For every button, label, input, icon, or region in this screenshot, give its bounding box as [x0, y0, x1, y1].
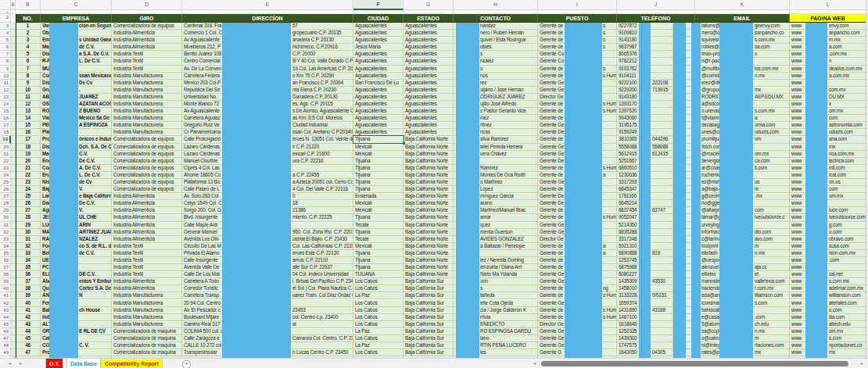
- tab-data-base[interactable]: Data Base: [66, 359, 101, 368]
- column-header-D[interactable]: D: [112, 0, 182, 10]
- row-header-24[interactable]: 24: [0, 172, 11, 179]
- row-header-13[interactable]: 13: [0, 94, 11, 101]
- cell-pagina-web[interactable]: wwwical.com: [790, 172, 866, 179]
- cell-no[interactable]: 3: [16, 37, 41, 44]
- cell-estado[interactable]: Baja California Norte: [404, 136, 454, 143]
- cell-no[interactable]: 30: [16, 229, 41, 236]
- cell-ciudad[interactable]: Tecate: [353, 236, 404, 243]
- row-header-46[interactable]: 46: [0, 328, 11, 335]
- cell-ciudad[interactable]: Tecate: [353, 222, 404, 229]
- cell-telefono-2[interactable]: [651, 37, 673, 44]
- cell-no[interactable]: 27: [16, 207, 41, 214]
- cell-email-2[interactable]: [753, 101, 790, 108]
- cell-telefono-2[interactable]: 222108: [651, 80, 673, 87]
- cell-email-2[interactable]: sa.com: [753, 44, 790, 51]
- row-header-48[interactable]: 48: [0, 342, 11, 349]
- cell-email-2[interactable]: r.com.mx: [753, 285, 790, 292]
- cell-email-2[interactable]: aja.cc: [753, 264, 790, 271]
- cell-no[interactable]: 29: [16, 222, 41, 229]
- row-header-30[interactable]: 30: [0, 214, 11, 221]
- cell-pagina-web[interactable]: wwwintl.com: [790, 165, 866, 172]
- row-header-45[interactable]: 45: [0, 321, 11, 328]
- row-header-38[interactable]: 38: [0, 271, 11, 278]
- cell-giro[interactable]: Comercializadora de equipos: [112, 144, 182, 151]
- cell-email-2[interactable]: [753, 144, 790, 151]
- cell-no[interactable]: 22: [16, 172, 41, 179]
- hscroll-right-icon[interactable]: ►: [860, 360, 864, 367]
- cell-pagina-web[interactable]: wwwlectrica.com: [790, 158, 866, 165]
- cell-telefono-2[interactable]: [651, 285, 673, 292]
- row-header-28[interactable]: 28: [0, 200, 11, 207]
- cell-pagina-web[interactable]: wwwmx: [790, 349, 866, 356]
- cell-giro[interactable]: Industria Manufacturera: [112, 108, 182, 115]
- cell-ciudad[interactable]: Aguascalientes: [353, 23, 404, 30]
- cell-giro[interactable]: Comercializadora de equipos: [112, 151, 182, 158]
- cell-telefono-2[interactable]: [651, 30, 673, 37]
- cell-email-2[interactable]: ti.com: [753, 165, 790, 172]
- add-sheet-button[interactable]: +: [182, 360, 191, 368]
- cell-telefono-2[interactable]: [651, 58, 673, 65]
- cell-email-2[interactable]: [753, 257, 790, 264]
- cell-giro[interactable]: Comercializadora de equipos: [112, 179, 182, 186]
- cell-giro[interactable]: Comercializadora de equipos: [112, 136, 182, 143]
- cell-no[interactable]: 7: [16, 66, 41, 73]
- cell-pagina-web[interactable]: wwwobravo.com: [790, 236, 866, 243]
- hscroll-left-icon[interactable]: ◄: [533, 360, 536, 367]
- cell-giro[interactable]: Industria Manufacturera: [112, 122, 182, 129]
- cell-email-2[interactable]: om: [753, 136, 790, 143]
- cell-no[interactable]: 4: [16, 44, 41, 51]
- cell-no[interactable]: 11: [16, 94, 41, 101]
- cell-email-2[interactable]: AEP.EDU.MX: [753, 94, 790, 101]
- row-header-23[interactable]: 23: [0, 165, 11, 172]
- cell-no[interactable]: 28: [16, 214, 41, 221]
- cell-telefono-2[interactable]: [651, 222, 673, 229]
- cell-no[interactable]: 15: [16, 122, 41, 129]
- cell-estado[interactable]: Baja California Norte: [404, 257, 454, 264]
- row-header-40[interactable]: 40: [0, 285, 11, 292]
- column-header-C[interactable]: C: [41, 0, 112, 10]
- cell-pagina-web[interactable]: wwwcom.mx: [790, 87, 866, 94]
- cell-estado[interactable]: Baja California Norte: [404, 151, 454, 158]
- column-header-I[interactable]: I: [538, 0, 617, 10]
- cell-telefono-2[interactable]: [651, 101, 673, 108]
- cell-telefono-2[interactable]: [651, 229, 673, 236]
- cell-email-2[interactable]: ca.com: [753, 158, 790, 165]
- cell-giro[interactable]: Industria Alimenticia: [112, 285, 182, 292]
- row-header-10[interactable]: 10: [0, 73, 11, 80]
- cell-estado[interactable]: Baja California Norte: [404, 214, 454, 221]
- cell-giro[interactable]: Industria Alimenticia: [112, 44, 182, 51]
- cell-telefono-2[interactable]: [651, 165, 673, 172]
- cell-giro[interactable]: Industria Textil: [112, 51, 182, 58]
- cell-estado[interactable]: Baja California Norte: [404, 207, 454, 214]
- cell-estado[interactable]: Baja California Norte: [404, 193, 454, 200]
- cell-ciudad[interactable]: Aguascalientes: [353, 122, 404, 129]
- cell-estado[interactable]: Aguascalientes: [404, 37, 454, 44]
- cell-telefono-2[interactable]: 0/6151: [651, 292, 673, 299]
- cell-pagina-web[interactable]: www: [790, 264, 866, 271]
- cell-telefono-2[interactable]: 612415: [651, 151, 673, 158]
- cell-giro[interactable]: Industria Alimenticia: [112, 207, 182, 214]
- cell-ciudad[interactable]: Aguascalientes: [353, 30, 404, 37]
- cell-telefono-2[interactable]: [651, 271, 673, 278]
- cell-telefono-2[interactable]: 63747: [651, 207, 673, 214]
- cell-email-2[interactable]: [753, 307, 790, 314]
- row-header-41[interactable]: 41: [0, 292, 11, 299]
- cell-giro[interactable]: Comercializadora de equipos: [112, 186, 182, 193]
- cell-no[interactable]: 37: [16, 278, 41, 285]
- cell-telefono-2[interactable]: [651, 264, 673, 271]
- column-header-K[interactable]: K: [695, 0, 790, 10]
- cell-giro[interactable]: Comercializadora de equipos: [112, 23, 182, 30]
- cell-telefono-2[interactable]: [651, 158, 673, 165]
- cell-no[interactable]: 46: [16, 342, 41, 349]
- cell-giro[interactable]: Industria Textil: [112, 264, 182, 271]
- cell-ciudad[interactable]: Tijuana: [353, 179, 404, 186]
- cell-estado[interactable]: Baja California Sur: [404, 335, 454, 342]
- cell-telefono-2[interactable]: 044296: [651, 136, 673, 143]
- cell-pagina-web[interactable]: wwwrica.com.mx: [790, 151, 866, 158]
- cell-telefono-2[interactable]: [651, 335, 673, 342]
- cell-estado[interactable]: Aguascalientes: [404, 30, 454, 37]
- cell-pagina-web[interactable]: wwwaltech.edu: [790, 321, 866, 328]
- cell-email-2[interactable]: avo.com: [753, 236, 790, 243]
- cell-no[interactable]: 17: [16, 136, 41, 143]
- cell-pagina-web[interactable]: wwwo.com: [790, 307, 866, 314]
